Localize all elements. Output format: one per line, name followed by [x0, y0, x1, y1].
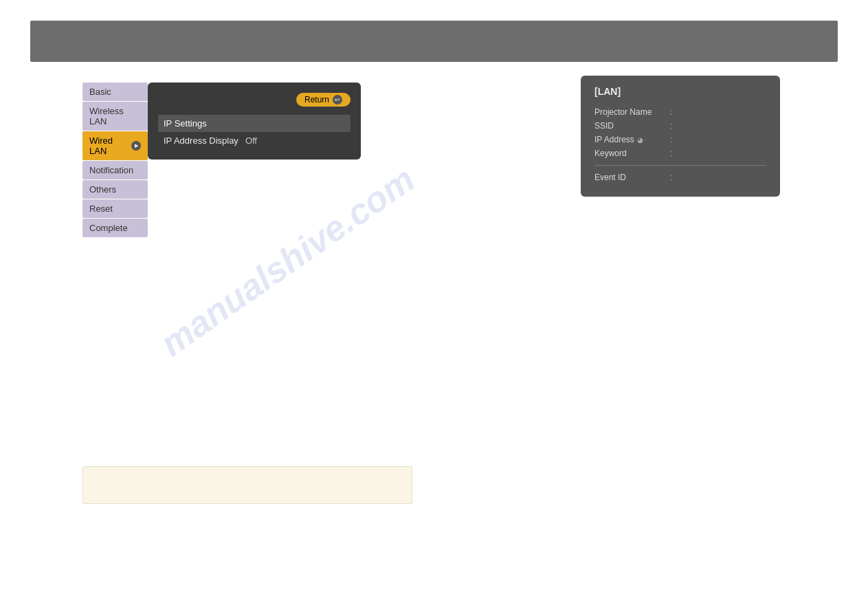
return-button[interactable]: Return — [296, 93, 350, 107]
dialog-item-ip-settings[interactable]: IP Settings — [158, 115, 350, 132]
dialog-panel: Return IP Settings IP Address Display Of… — [148, 83, 361, 160]
sidebar-item-basic[interactable]: Basic — [82, 83, 148, 101]
sidebar-item-wired-lan[interactable]: Wired LAN — [82, 131, 148, 160]
top-bar — [30, 21, 838, 62]
lan-row-ip-address: IP Address ◕ : — [594, 135, 766, 144]
return-arrow-icon — [333, 95, 342, 105]
sidebar-item-notification[interactable]: Notification — [82, 161, 148, 179]
lan-divider — [594, 165, 766, 166]
lan-row-keyword: Keyword : — [594, 149, 766, 158]
dialog-item-ip-address-display[interactable]: IP Address Display Off — [158, 132, 350, 149]
lan-panel: [LAN] Projector Name : SSID : IP Address… — [581, 76, 780, 197]
wifi-icon: ◕ — [637, 136, 643, 144]
lan-row-ssid: SSID : — [594, 121, 766, 131]
lan-row-event-id: Event ID : — [594, 173, 766, 182]
lan-row-projector-name: Projector Name : — [594, 107, 766, 117]
bottom-info-box — [82, 466, 412, 504]
dialog-header: Return — [158, 93, 350, 107]
active-arrow-icon — [131, 141, 141, 151]
sidebar-item-reset[interactable]: Reset — [82, 199, 148, 218]
lan-panel-title: [LAN] — [594, 86, 766, 97]
sidebar-item-wireless-lan[interactable]: Wireless LAN — [82, 102, 148, 131]
sidebar: Basic Wireless LAN Wired LAN Notificatio… — [82, 83, 148, 238]
sidebar-item-complete[interactable]: Complete — [82, 219, 148, 237]
sidebar-item-others[interactable]: Others — [82, 180, 148, 199]
